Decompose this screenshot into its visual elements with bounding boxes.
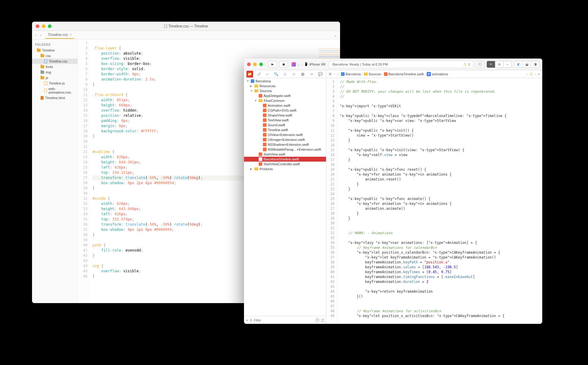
sidebar-item[interactable]: css xyxy=(32,53,77,59)
issue-tab[interactable]: ⚠ xyxy=(282,71,289,77)
nav-forward[interactable]: › xyxy=(338,72,339,76)
crumb-symbol[interactable]: Panimations xyxy=(427,72,448,76)
standard-editor[interactable]: ≡ xyxy=(487,61,495,68)
nav-forward-2[interactable]: › xyxy=(535,72,536,76)
sidebar-item[interactable]: web-animations.min. xyxy=(32,86,77,95)
tree-item[interactable]: UIImage+Extension.swift xyxy=(244,137,326,142)
sidebar-item[interactable]: Timeline xyxy=(32,48,77,53)
project-navigator-tab[interactable]: 📁 xyxy=(246,71,253,77)
swift-icon xyxy=(263,113,267,117)
tree-item[interactable]: Timeline.swift xyxy=(244,127,326,132)
scheme-selector[interactable]: … › 📱 iPhone XR xyxy=(290,62,327,66)
breakpoint-tab[interactable]: ⬄ xyxy=(308,71,315,77)
stop-button[interactable]: ◼ xyxy=(279,61,288,68)
sidebar-item[interactable]: Timeline.js xyxy=(32,81,77,86)
tree-item[interactable]: ▼Sources xyxy=(244,88,326,93)
tree-item[interactable]: ▼Barcelona xyxy=(244,79,326,84)
library-button[interactable]: { } xyxy=(476,61,484,68)
crumb-file[interactable]: BarcelonaTimeline.swift xyxy=(384,72,424,76)
toggle-inspector[interactable]: ◨ xyxy=(531,61,539,68)
sidebar-item[interactable]: Timeline.css xyxy=(32,59,77,64)
tree-item[interactable]: CGPath+SVG.swift xyxy=(244,108,326,113)
tree-item[interactable]: Sound.swift xyxy=(244,123,326,127)
traffic-lights xyxy=(247,63,263,66)
tab-bar: ‹ › Timeline.css × ⌄ xyxy=(32,31,340,39)
nav-back[interactable]: ‹ xyxy=(35,33,37,38)
tree-item[interactable]: StartView.swift xyxy=(244,152,326,157)
sublime-title-bar: Timeline.css — Timeline xyxy=(32,22,340,31)
maximize-button[interactable] xyxy=(259,63,263,66)
related-items[interactable]: ⊞ xyxy=(329,72,332,76)
crumb-project[interactable]: Barcelona xyxy=(341,72,361,76)
gutter: 1234567891011121314151617181920212223242… xyxy=(326,78,337,324)
close-button[interactable] xyxy=(247,63,251,66)
tree-item[interactable]: NSMutableParag…+Extension.swift xyxy=(244,147,326,152)
tree-item[interactable]: UIView+Extension.swift xyxy=(244,132,326,137)
minimize-button[interactable] xyxy=(42,24,45,28)
toggle-debug[interactable]: ⬓ xyxy=(522,61,531,68)
js-file-icon xyxy=(44,89,47,92)
editor-options[interactable]: ≡ xyxy=(538,72,540,76)
activity-viewer: Barcelona: Ready | Today at 6:28 PM ⚠ 1 xyxy=(329,61,473,68)
tree-item[interactable]: ▼FlowCommon xyxy=(244,98,326,103)
folder-icon xyxy=(41,65,44,68)
nav-forward[interactable]: › xyxy=(40,33,42,38)
item-label: UIImage+Extension.swift xyxy=(268,138,305,141)
sidebar-item[interactable]: js xyxy=(32,75,77,81)
folder-icon xyxy=(254,167,258,170)
editor: ⊞ ‹ › Barcelona › Sources › BarcelonaTim… xyxy=(326,70,542,324)
item-label: StartViewController.swift xyxy=(264,162,300,166)
jump-warning-icon[interactable]: ⚠ xyxy=(529,72,533,76)
scm-filter[interactable]: ◫ xyxy=(321,318,324,322)
folder-icon xyxy=(41,54,44,57)
report-tab[interactable]: 💬 xyxy=(317,71,324,77)
assistant-editor[interactable]: ◎ xyxy=(495,61,504,68)
version-editor[interactable]: ↔ xyxy=(503,61,512,68)
filter-input[interactable] xyxy=(254,318,314,322)
jump-bar: ⊞ ‹ › Barcelona › Sources › BarcelonaTim… xyxy=(326,70,542,78)
add-button[interactable]: + xyxy=(246,318,248,323)
tree-item[interactable]: TextView.swift xyxy=(244,118,326,123)
tree-item[interactable]: StartViewController.swift xyxy=(244,162,326,166)
find-tab[interactable]: 🔍 xyxy=(273,71,280,77)
run-button[interactable]: ▶ xyxy=(268,61,277,68)
maximize-button[interactable] xyxy=(48,24,52,28)
crumb-folder[interactable]: Sources xyxy=(364,72,381,76)
toggle-navigator[interactable]: ◧ xyxy=(514,61,523,68)
xcode-toolbar: ▶ ◼ … › 📱 iPhone XR Barcelona: Ready | T… xyxy=(244,59,542,70)
sidebar-item[interactable]: img xyxy=(32,70,77,75)
sidebar-item[interactable]: fonts xyxy=(32,64,77,70)
scheme-app: … xyxy=(297,63,300,66)
tree-item[interactable]: ▶Resources xyxy=(244,84,326,88)
minimize-button[interactable] xyxy=(253,63,257,66)
tree-item[interactable]: ▶Products xyxy=(244,166,326,171)
nav-back-2[interactable]: ‹ xyxy=(526,72,528,76)
debug-tab[interactable]: ▦ xyxy=(299,71,306,77)
tree-item[interactable]: BarcelonaTimeline.swift xyxy=(244,157,326,162)
close-button[interactable] xyxy=(36,24,39,28)
tree-item[interactable]: Animation.swift xyxy=(244,103,326,108)
item-label: UIView+Extension.swift xyxy=(268,133,303,137)
tree-item[interactable]: NSShadow+Extension.swift xyxy=(244,142,326,147)
title-text: Timeline.css — Timeline xyxy=(168,24,208,28)
tab-close[interactable]: × xyxy=(70,33,72,36)
panel-toggle-group: ◧ ⬓ ◨ xyxy=(514,61,539,68)
nav-back[interactable]: ‹ xyxy=(334,72,335,76)
sidebar-item[interactable]: Timeline.html xyxy=(32,95,77,101)
symbol-tab[interactable]: ▱ xyxy=(264,71,271,77)
warning-icon[interactable]: ⚠ xyxy=(463,62,467,66)
recent-filter[interactable]: 🕐 xyxy=(315,318,320,322)
overflow-menu[interactable]: ⌄ xyxy=(333,33,337,38)
source-control-tab[interactable]: ⎇ xyxy=(255,71,262,77)
tree-item[interactable]: AppDelegate.swift xyxy=(244,93,326,98)
tree-item[interactable]: ShapeView.swift xyxy=(244,113,326,118)
code-area[interactable]: 1234567891011121314151617181920212223242… xyxy=(326,78,542,324)
code-content[interactable]: // Made With Flow.//// DO NOT MODIFY, yo… xyxy=(337,78,542,324)
item-label: ShapeView.swift xyxy=(268,113,292,117)
tab-timeline-css[interactable]: Timeline.css × xyxy=(45,31,74,39)
folder-icon xyxy=(41,76,44,79)
warning-count: 1 xyxy=(468,63,470,66)
test-tab[interactable]: ◇ xyxy=(291,71,297,77)
navigator-filter: + ⊙ 🕐 ◫ xyxy=(244,316,326,324)
item-label: Animation.swift xyxy=(268,104,290,107)
